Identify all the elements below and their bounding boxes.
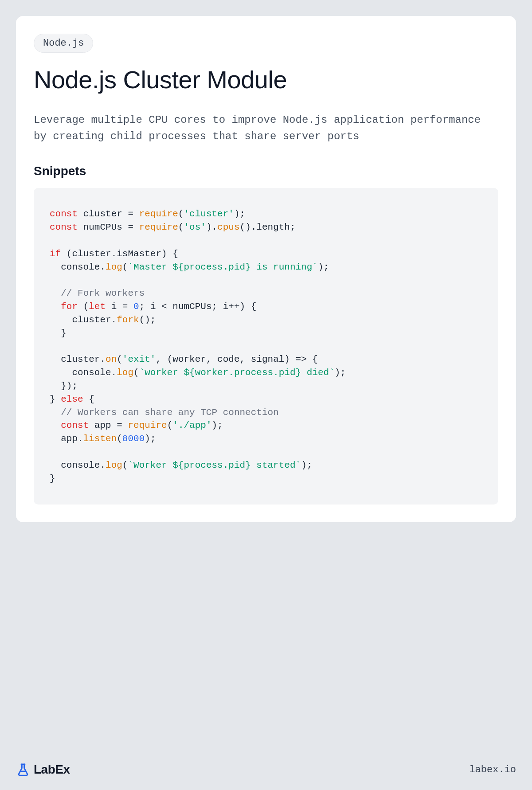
page-title: Node.js Cluster Module bbox=[34, 65, 498, 94]
brand: LabEx bbox=[16, 763, 70, 777]
code-snippet: const cluster = require('cluster'); cons… bbox=[34, 188, 498, 505]
footer: LabEx labex.io bbox=[16, 763, 516, 777]
flask-icon bbox=[16, 763, 30, 777]
language-tag: Node.js bbox=[34, 34, 93, 53]
snippets-heading: Snippets bbox=[34, 164, 498, 178]
page-description: Leverage multiple CPU cores to improve N… bbox=[34, 112, 498, 145]
brand-name: LabEx bbox=[34, 763, 70, 777]
brand-url: labex.io bbox=[469, 764, 516, 775]
content-card: Node.js Node.js Cluster Module Leverage … bbox=[16, 16, 516, 522]
